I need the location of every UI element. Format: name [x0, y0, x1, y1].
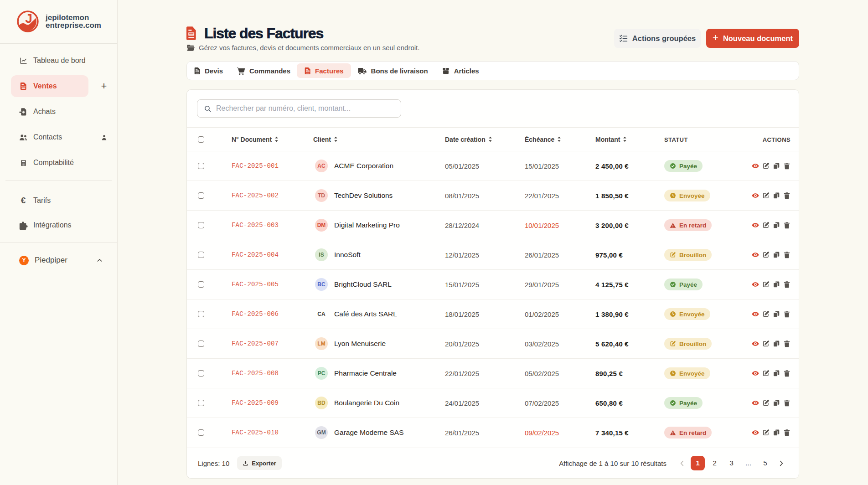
- svg-text:J: J: [25, 11, 32, 26]
